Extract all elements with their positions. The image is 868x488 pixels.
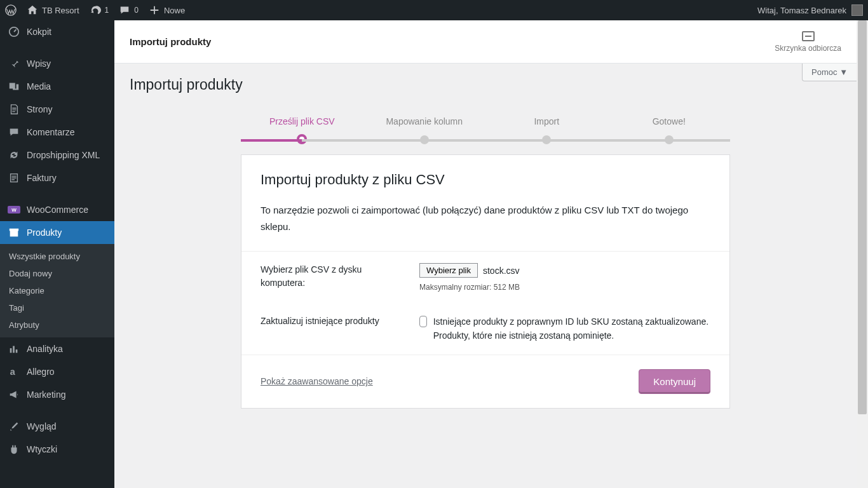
- svg-rect-3: [10, 230, 18, 236]
- sidebar-item-label: WooCommerce: [27, 205, 88, 215]
- submenu-kategorie[interactable]: Kategorie: [0, 282, 114, 299]
- megaphone-icon: [8, 388, 20, 401]
- wp-logo[interactable]: [0, 0, 22, 20]
- vertical-scrollbar[interactable]: [857, 20, 868, 488]
- archive-icon: [8, 226, 20, 239]
- sidebar-item-label: Kokpit: [27, 27, 51, 37]
- bar-title: Importuj produkty: [130, 36, 211, 47]
- submenu-wszystkie-produkty[interactable]: Wszystkie produkty: [0, 248, 114, 265]
- card-description: To narzędzie pozwoli ci zaimportować (lu…: [261, 202, 710, 234]
- sidebar-item-label: Produkty: [27, 227, 62, 238]
- comments-count: 0: [134, 6, 139, 15]
- new-label: Nowe: [164, 6, 185, 15]
- card-title: Importuj produkty z pliku CSV: [261, 172, 710, 188]
- page-title: Importuj produkty: [130, 76, 841, 93]
- submenu-atrybuty[interactable]: Atrybuty: [0, 316, 114, 334]
- sidebar-submenu-produkty: Wszystkie produkty Dodaj nowy Kategorie …: [0, 244, 114, 337]
- max-size-hint: Maksymalny rozmiar: 512 MB: [419, 283, 710, 292]
- sidebar-item-label: Komentarze: [27, 127, 74, 137]
- continue-button[interactable]: Kontynuuj: [639, 369, 710, 394]
- updates-link[interactable]: 1: [85, 0, 114, 20]
- submenu-dodaj-nowy[interactable]: Dodaj nowy: [0, 265, 114, 282]
- chosen-file-name: stock.csv: [483, 266, 520, 276]
- page-header-bar: Importuj produkty Skrzynka odbiorcza: [114, 20, 857, 64]
- pin-icon: [8, 57, 20, 70]
- svg-text:a: a: [10, 367, 16, 377]
- scrollbar-thumb[interactable]: [858, 20, 867, 414]
- sidebar-item-komentarze[interactable]: Komentarze: [0, 121, 114, 144]
- submenu-tagi[interactable]: Tagi: [0, 299, 114, 316]
- sidebar-item-label: Allegro: [27, 367, 55, 377]
- inbox-button[interactable]: Skrzynka odbiorcza: [775, 31, 841, 53]
- sidebar-item-media[interactable]: Media: [0, 75, 114, 98]
- dashboard-icon: [8, 25, 20, 38]
- admin-bar: TB Resort 1 0 Nowe Witaj, Tomasz Bednare…: [0, 0, 868, 20]
- sidebar-item-label: Analityka: [27, 344, 63, 354]
- inbox-label: Skrzynka odbiorcza: [775, 44, 841, 53]
- update-description: Istniejące produkty z poprawnym ID lub S…: [433, 315, 710, 343]
- help-button[interactable]: Pomoc ▼: [802, 64, 857, 81]
- stats-icon: [8, 342, 20, 355]
- refresh-icon: [8, 149, 20, 161]
- sidebar-item-label: Wpisy: [27, 58, 51, 69]
- step-import: Import: [485, 116, 608, 142]
- show-advanced-link[interactable]: Pokaż zaawansowane opcje: [261, 376, 373, 386]
- sidebar-item-wpisy[interactable]: Wpisy: [0, 52, 114, 75]
- pages-icon: [8, 103, 20, 116]
- comments-icon: [8, 126, 20, 139]
- step-mapping: Mapowanie kolumn: [363, 116, 486, 142]
- file-label: Wybierz plik CSV z dysku komputera:: [261, 263, 407, 290]
- user-menu[interactable]: Witaj, Tomasz Bednarek: [757, 4, 868, 16]
- update-existing-checkbox[interactable]: [419, 316, 427, 327]
- sidebar-item-wyglad[interactable]: Wygląd: [0, 415, 114, 438]
- site-name-link[interactable]: TB Resort: [22, 0, 85, 20]
- sidebar-item-label: Dropshipping XML: [27, 150, 100, 160]
- update-row: Zaktualizuj istniejące produkty Istnieją…: [241, 303, 729, 355]
- media-icon: [8, 80, 20, 93]
- sidebar-item-kokpit[interactable]: Kokpit: [0, 20, 114, 43]
- sidebar-item-allegro[interactable]: aAllegro: [0, 360, 114, 383]
- allegro-icon: a: [8, 365, 20, 378]
- woo-icon: W: [8, 203, 20, 216]
- sidebar-item-faktury[interactable]: Faktury: [0, 166, 114, 189]
- svg-rect-4: [10, 229, 18, 231]
- sidebar-item-label: Faktury: [27, 173, 57, 183]
- inbox-icon: [802, 31, 815, 41]
- comments-link[interactable]: 0: [114, 0, 144, 20]
- step-done: Gotowe!: [608, 116, 731, 142]
- brush-icon: [8, 420, 20, 433]
- sidebar-item-marketing[interactable]: Marketing: [0, 383, 114, 406]
- sidebar-item-wtyczki[interactable]: Wtyczki: [0, 438, 114, 461]
- import-stepper: Prześlij plik CSV Mapowanie kolumn Impor…: [241, 116, 730, 142]
- site-name-label: TB Resort: [42, 6, 79, 15]
- updates-count: 1: [105, 6, 109, 15]
- content-area: Importuj produkty Skrzynka odbiorcza Pom…: [114, 20, 857, 488]
- sidebar-item-label: Strony: [27, 104, 52, 114]
- sidebar-item-woocommerce[interactable]: WWooCommerce: [0, 198, 114, 221]
- update-label: Zaktualizuj istniejące produkty: [261, 315, 407, 328]
- plugin-icon: [8, 443, 20, 456]
- greeting-label: Witaj, Tomasz Bednarek: [757, 6, 846, 15]
- sidebar-item-label: Marketing: [27, 390, 65, 400]
- choose-file-button[interactable]: Wybierz plik: [419, 263, 478, 278]
- sidebar-item-analityka[interactable]: Analityka: [0, 337, 114, 360]
- import-card: Importuj produkty z pliku CSV To narzędz…: [241, 154, 730, 409]
- new-content-link[interactable]: Nowe: [144, 0, 190, 20]
- avatar: [851, 4, 863, 16]
- step-upload: Prześlij plik CSV: [241, 116, 363, 142]
- invoice-icon: [8, 172, 20, 184]
- sidebar-item-strony[interactable]: Strony: [0, 98, 114, 121]
- help-tab: Pomoc ▼: [802, 64, 857, 81]
- sidebar-item-label: Media: [27, 81, 51, 92]
- sidebar-item-label: Wygląd: [27, 421, 57, 431]
- sidebar-item-dropshipping[interactable]: Dropshipping XML: [0, 144, 114, 166]
- file-row: Wybierz plik CSV z dysku komputera: Wybi…: [241, 252, 729, 303]
- sidebar-item-produkty[interactable]: Produkty: [0, 221, 114, 244]
- sidebar-item-label: Wtyczki: [27, 444, 57, 454]
- admin-sidebar: Kokpit Wpisy Media Strony Komentarze Dro…: [0, 20, 114, 488]
